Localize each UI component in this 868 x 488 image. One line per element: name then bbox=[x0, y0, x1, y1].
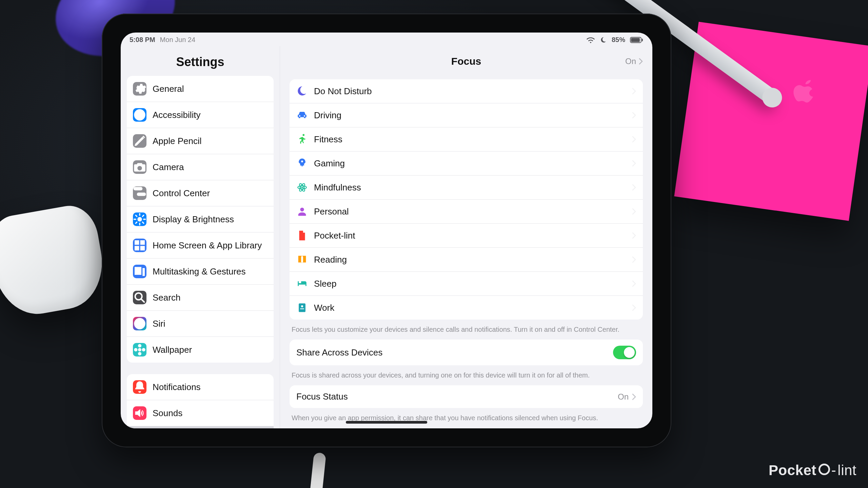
focus-status-value: On bbox=[618, 392, 629, 402]
home-indicator[interactable] bbox=[346, 421, 427, 424]
camera-icon bbox=[133, 160, 146, 174]
focus-mode-personal[interactable]: Personal bbox=[290, 199, 643, 223]
sidebar-item-focus[interactable]: Focus bbox=[127, 426, 274, 428]
focus-mode-sleep[interactable]: Sleep bbox=[290, 271, 643, 296]
svg-rect-1 bbox=[631, 38, 640, 42]
sidebar-title: Settings bbox=[121, 55, 280, 69]
ipad-frame: 5:08 PM Mon Jun 24 85% Settings GeneralA… bbox=[102, 14, 671, 447]
focus-mode-label: Mindfulness bbox=[314, 182, 361, 193]
detail-header-trailing: On bbox=[625, 57, 643, 66]
sidebar-item-apple-pencil[interactable]: Apple Pencil bbox=[127, 128, 274, 154]
svg-rect-19 bbox=[300, 308, 304, 309]
sidebar-item-accessibility[interactable]: Accessibility bbox=[127, 102, 274, 128]
status-time: 5:08 PM bbox=[130, 36, 155, 44]
sidebar-item-search[interactable]: Search bbox=[127, 284, 274, 310]
chevron-right-icon bbox=[632, 393, 636, 400]
dnd-status-icon bbox=[600, 37, 607, 43]
watermark-pocket-lint: Pocket-lint bbox=[769, 462, 856, 479]
bed-icon bbox=[296, 278, 308, 289]
grid-icon bbox=[133, 239, 146, 252]
focus-footnote: Focus lets you customize your devices an… bbox=[290, 326, 643, 340]
detail-header-trailing-text: On bbox=[625, 57, 636, 66]
sidebar-item-label: Apple Pencil bbox=[153, 136, 202, 146]
focus-mode-gaming[interactable]: Gaming bbox=[290, 151, 643, 175]
focus-status-row[interactable]: Focus Status On bbox=[290, 385, 643, 408]
brand-right: lint bbox=[837, 462, 856, 479]
sidebar-group-2: NotificationsSoundsFocusScreen Time bbox=[127, 374, 274, 428]
focus-mode-do-not-disturb[interactable]: Do Not Disturb bbox=[290, 79, 643, 103]
share-note: Focus is shared across your devices, and… bbox=[290, 371, 643, 385]
sidebar-item-notifications[interactable]: Notifications bbox=[127, 374, 274, 400]
svg-point-7 bbox=[134, 318, 145, 329]
prop-pencil-tip bbox=[310, 452, 326, 488]
sidebar-item-control-center[interactable]: Control Center bbox=[127, 180, 274, 206]
sidebar-item-wallpaper[interactable]: Wallpaper bbox=[127, 337, 274, 363]
chevron-right-icon bbox=[632, 112, 636, 119]
sidebar-item-label: Notifications bbox=[153, 382, 201, 392]
focus-mode-reading[interactable]: Reading bbox=[290, 247, 643, 271]
svg-point-8 bbox=[138, 348, 141, 351]
sidebar-item-general[interactable]: General bbox=[127, 76, 274, 102]
focus-mode-work[interactable]: Work bbox=[290, 296, 643, 320]
switches-icon bbox=[133, 186, 146, 200]
sidebar-item-label: Camera bbox=[153, 162, 184, 172]
svg-point-12 bbox=[142, 348, 145, 351]
detail-pane: Focus On Do Not DisturbDrivingFitnessGam… bbox=[280, 46, 652, 428]
focus-mode-label: Work bbox=[314, 303, 334, 313]
brand-o-icon bbox=[818, 464, 830, 475]
sidebar-item-sounds[interactable]: Sounds bbox=[127, 400, 274, 426]
svg-rect-17 bbox=[299, 303, 305, 312]
svg-point-4 bbox=[139, 111, 141, 113]
runner-icon bbox=[296, 134, 308, 145]
sidebar-item-label: Accessibility bbox=[153, 110, 201, 120]
svg-point-18 bbox=[301, 305, 303, 307]
share-toggle[interactable] bbox=[613, 346, 636, 359]
sidebar-item-display-brightness[interactable]: Display & Brightness bbox=[127, 206, 274, 232]
sidebar-item-home-screen-app-library[interactable]: Home Screen & App Library bbox=[127, 232, 274, 258]
chevron-right-icon bbox=[632, 184, 636, 191]
sidebar-item-label: Display & Brightness bbox=[153, 214, 234, 225]
battery-icon bbox=[630, 37, 644, 43]
svg-point-11 bbox=[134, 348, 137, 351]
focus-status-label: Focus Status bbox=[296, 391, 348, 402]
chevron-right-icon bbox=[632, 136, 636, 143]
chevron-right-icon bbox=[632, 280, 636, 287]
access-icon bbox=[133, 108, 146, 122]
atom-icon bbox=[296, 182, 308, 193]
focus-mode-mindfulness[interactable]: Mindfulness bbox=[290, 175, 643, 199]
person-icon bbox=[296, 206, 308, 217]
chevron-right-icon bbox=[632, 304, 636, 311]
focus-mode-label: Driving bbox=[314, 110, 341, 121]
svg-point-10 bbox=[138, 352, 141, 355]
sidebar-item-camera[interactable]: Camera bbox=[127, 154, 274, 180]
bell-icon bbox=[133, 380, 146, 394]
ipad-screen: 5:08 PM Mon Jun 24 85% Settings GeneralA… bbox=[121, 33, 652, 428]
sidebar-item-multitasking-gestures[interactable]: Multitasking & Gestures bbox=[127, 258, 274, 284]
settings-sidebar: Settings GeneralAccessibilityApple Penci… bbox=[121, 46, 280, 428]
focus-mode-label: Reading bbox=[314, 255, 347, 265]
moon-icon bbox=[296, 85, 308, 97]
sun-icon bbox=[133, 212, 146, 226]
sidebar-item-label: Search bbox=[153, 292, 180, 303]
focus-mode-label: Fitness bbox=[314, 134, 342, 145]
multi-icon bbox=[133, 265, 146, 278]
focus-status-section: Focus Status On bbox=[290, 385, 643, 408]
pencil-icon bbox=[133, 134, 146, 148]
focus-mode-label: Do Not Disturb bbox=[314, 86, 372, 97]
rocket-icon bbox=[296, 158, 308, 169]
share-across-devices-row[interactable]: Share Across Devices bbox=[290, 340, 643, 365]
sidebar-item-label: Wallpaper bbox=[153, 345, 192, 355]
focus-mode-fitness[interactable]: Fitness bbox=[290, 127, 643, 151]
chevron-right-icon bbox=[632, 160, 636, 167]
sidebar-item-label: Home Screen & App Library bbox=[153, 240, 262, 251]
car-icon bbox=[296, 109, 308, 121]
focus-status-note: When you give an app permission, it can … bbox=[290, 414, 643, 428]
svg-rect-2 bbox=[642, 39, 643, 41]
doc-icon bbox=[296, 230, 308, 241]
siri-icon bbox=[133, 317, 146, 330]
share-label: Share Across Devices bbox=[296, 347, 382, 358]
focus-mode-driving[interactable]: Driving bbox=[290, 103, 643, 127]
sidebar-item-siri[interactable]: Siri bbox=[127, 310, 274, 337]
focus-mode-pocket-lint[interactable]: Pocket-lint bbox=[290, 223, 643, 247]
svg-point-16 bbox=[301, 186, 303, 188]
